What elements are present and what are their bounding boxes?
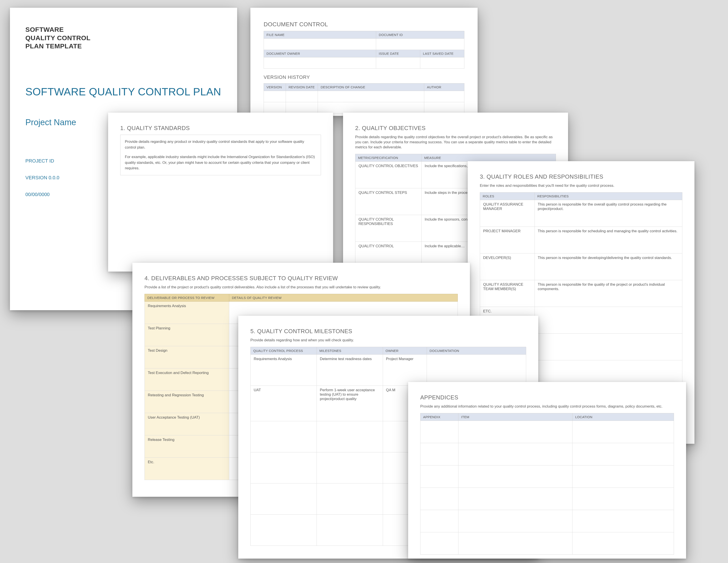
table-row [420, 532, 674, 554]
th-doc-owner: DOCUMENT OWNER [264, 50, 376, 57]
section-heading: DOCUMENT CONTROL [264, 21, 464, 28]
brand-line: QUALITY CONTROL [25, 34, 222, 42]
version-history-table: VERSION REVISION DATE DESCRIPTION OF CHA… [264, 83, 464, 113]
table-row: QUALITY ASSURANCE MANAGERThis person is … [480, 200, 682, 226]
standards-text-box: Provide details regarding any product or… [120, 135, 321, 175]
th-last-saved: LAST SAVED DATE [420, 50, 464, 57]
table-row: Requirements Analysis Determine test rea… [251, 354, 526, 386]
section-heading: 2. QUALITY OBJECTIVES [355, 125, 556, 132]
brand-line: PLAN TEMPLATE [25, 42, 222, 50]
th-issue-date: ISSUE DATE [376, 50, 420, 57]
th-rev-date: REVISION DATE [286, 83, 318, 91]
th-owner: OWNER [383, 347, 427, 354]
table-row: DEVELOPER(S)This person is responsible f… [480, 253, 682, 280]
th-file-name: FILE NAME [264, 31, 376, 39]
table-row [420, 443, 674, 465]
th-version: VERSION [264, 83, 286, 91]
doc-control-table: FILE NAME DOCUMENT ID DOCUMENT OWNER ISS… [264, 31, 464, 69]
th-location: LOCATION [572, 413, 674, 421]
section-heading: 5. QUALITY CONTROL MILESTONES [250, 328, 526, 335]
doc-title: SOFTWARE QUALITY CONTROL PLAN [25, 86, 222, 98]
th-author: AUTHOR [424, 83, 464, 91]
section-heading: 3. QUALITY ROLES AND RESPONSIBILITIES [480, 173, 682, 180]
section-heading: APPENDICES [420, 394, 674, 401]
section-desc: Provide any additional information relat… [420, 404, 674, 409]
table-row [420, 510, 674, 532]
section-desc: Provide a list of the project or product… [144, 285, 458, 290]
section-heading: 4. DELIVERABLES AND PROCESSES SUBJECT TO… [144, 275, 458, 282]
version-history-heading: VERSION HISTORY [264, 74, 464, 80]
th-details: DETAILS OF QUALITY REVIEW [229, 294, 458, 302]
th-change-desc: DESCRIPTION OF CHANGE [318, 83, 424, 91]
table-row [420, 465, 674, 488]
th-process: QUALITY CONTROL PROCESS [251, 347, 317, 354]
th-item: ITEM [458, 413, 572, 421]
table-row [420, 488, 674, 510]
para: For example, applicable industry standar… [125, 154, 316, 171]
th-measure: MEASURE [421, 154, 556, 161]
section-desc: Provide details regarding how and when y… [250, 338, 526, 343]
th-responsibilities: RESPONSIBILITIES [535, 192, 682, 200]
th-milestones: MILESTONES [317, 347, 383, 354]
th-doc-id: DOCUMENT ID [376, 31, 464, 39]
appendices-page: APPENDICES Provide any additional inform… [408, 382, 686, 559]
th-metric: METRIC/SPECIFICATION [355, 154, 422, 161]
th-documentation: DOCUMENTATION [427, 347, 526, 354]
section-heading: 1. QUALITY STANDARDS [120, 125, 321, 132]
th-appendix: APPENDIX [420, 413, 458, 421]
appendices-table: APPENDIX ITEM LOCATION [420, 413, 674, 555]
table-row [420, 421, 674, 443]
th-deliverable: DELIVERABLE OR PROCESS TO REVIEW [145, 294, 229, 302]
table-row: PROJECT MANAGERThis person is responsibl… [480, 226, 682, 253]
table-row: QUALITY ASSURANCE TEAM MEMBER(S)This per… [480, 280, 682, 307]
quality-standards-page: 1. QUALITY STANDARDS Provide details reg… [108, 113, 333, 271]
th-roles: ROLES [480, 192, 535, 200]
section-desc: Provide details regarding the quality co… [355, 135, 556, 150]
para: Provide details regarding any product or… [125, 139, 316, 150]
brand-line: SOFTWARE [25, 25, 222, 34]
document-control-page: DOCUMENT CONTROL FILE NAME DOCUMENT ID D… [250, 8, 478, 116]
section-desc: Enter the roles and responsibilities tha… [480, 183, 682, 188]
